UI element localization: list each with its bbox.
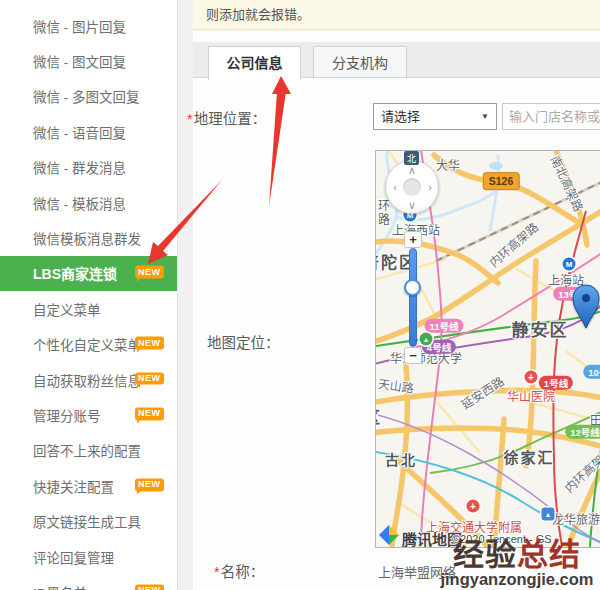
notice-text: 则添加就会报错。: [206, 7, 310, 22]
zoom-slider-track[interactable]: [409, 248, 417, 347]
metro-icon: M: [563, 258, 576, 271]
sidebar-item-label: 个性化自定义菜单: [33, 334, 141, 354]
new-badge: NEW: [135, 478, 165, 491]
sidebar-item[interactable]: 回答不上来的配置: [0, 433, 177, 468]
metro-line-badge: 12号线: [565, 425, 600, 439]
map-label: 长宁区: [375, 404, 382, 428]
sidebar-item[interactable]: 微信 - 模板消息: [0, 185, 177, 220]
sidebar-item[interactable]: 评论回复管理: [0, 539, 177, 574]
sidebar-item-label: 微信 - 多图文回复: [33, 86, 140, 106]
sidebar-item-label: ID黑名单: [33, 582, 87, 590]
map-label: 静安区: [512, 316, 569, 341]
school-icon: ▴: [420, 333, 433, 346]
new-badge: NEW: [135, 266, 165, 279]
sidebar-item[interactable]: 自动获取粉丝信息NEW: [0, 362, 177, 397]
zoom-in-button[interactable]: +: [404, 231, 422, 248]
sidebar-item[interactable]: 快捷关注配置NEW: [0, 468, 177, 503]
map-label: 徐家汇: [503, 446, 554, 467]
pan-center[interactable]: [403, 178, 421, 196]
region-select[interactable]: 请选择 ▼: [373, 103, 497, 130]
sidebar-item-label: 回答不上来的配置: [33, 440, 141, 460]
sidebar-item-label: 评论回复管理: [33, 547, 114, 567]
store-search-input[interactable]: [502, 103, 600, 130]
zoom-slider-handle[interactable]: [404, 279, 421, 296]
pan-left-icon[interactable]: ‹: [393, 182, 397, 193]
pan-up-icon[interactable]: ∧: [408, 165, 416, 176]
sidebar-item-label: 原文链接生成工具: [33, 511, 141, 531]
sidebar-item-label: 微信 - 图片回复: [33, 16, 126, 36]
name-value: 上海举盟网络: [378, 562, 456, 581]
sidebar-item[interactable]: 微信模板消息群发: [0, 220, 177, 255]
sidebar-item-label: 微信 - 语音回复: [33, 122, 126, 142]
required-mark: *: [214, 564, 220, 580]
sidebar-item-label: 微信 - 模板消息: [33, 193, 126, 213]
sidebar-item[interactable]: 自定义菜单: [0, 291, 177, 326]
map-label: 大华: [436, 156, 460, 173]
sidebar-item-label: 微信模板消息群发: [33, 228, 141, 248]
sidebar-item-label: 自动获取粉丝信息: [33, 370, 141, 390]
sidebar-item[interactable]: 微信 - 图文回复: [0, 43, 177, 78]
zoom-out-button[interactable]: −: [404, 347, 422, 364]
map-label: 环路: [375, 199, 392, 227]
sidebar-item-label: 微信 - 群发消息: [33, 157, 126, 177]
map-pin-icon: [571, 284, 600, 330]
sidebar-item[interactable]: 管理分账号NEW: [0, 397, 177, 432]
sidebar-item-label: 快捷关注配置: [33, 476, 114, 496]
hospital-icon: +: [467, 500, 480, 513]
landmark-icon: ▲: [542, 508, 555, 521]
sidebar-item-label: LBS商家连锁: [33, 263, 117, 283]
map-label: 龙华旅游: [552, 510, 600, 527]
metro-line-badge: 10号线: [583, 365, 600, 379]
geo-location-label: *地理位置：: [187, 107, 266, 128]
tencent-maps-logo: [378, 524, 400, 546]
metro-line-badge: 1号线: [539, 376, 573, 390]
sidebar-item-label: 管理分账号: [33, 405, 101, 425]
sidebar-item[interactable]: 原文链接生成工具: [0, 503, 177, 538]
tab-branches[interactable]: 分支机构: [313, 46, 407, 78]
compass-north-icon: 北: [404, 151, 419, 165]
pan-down-icon[interactable]: ∨: [408, 200, 416, 211]
sidebar-item[interactable]: 微信 - 语音回复: [0, 114, 177, 149]
map-canvas[interactable]: 大华环路上海西站南北高架路内环高架路普陀区上海站静安区华东师范大学天山路延安西路…: [375, 150, 600, 548]
new-badge: NEW: [135, 584, 165, 590]
map-attribution: ©2020 Tencent - GS: [452, 533, 552, 545]
sidebar-item-label: 自定义菜单: [33, 299, 101, 319]
map-label: 古北: [385, 449, 417, 469]
new-badge: NEW: [135, 408, 165, 421]
new-badge: NEW: [135, 337, 165, 350]
sidebar-item[interactable]: ID黑名单NEW: [0, 574, 177, 590]
sidebar-item-label: 微信 - 图文回复: [33, 51, 126, 71]
notice-bar: 则添加就会报错。: [193, 0, 600, 30]
map-pan-control[interactable]: ∧ ∨ ‹ ›: [385, 160, 439, 214]
new-badge: NEW: [135, 372, 165, 385]
sidebar-menu: 微信 - 图片回复微信 - 图文回复微信 - 多图文回复微信 - 语音回复微信 …: [0, 0, 178, 590]
name-label: *名称：: [214, 560, 264, 581]
map-position-label: 地图定位：: [207, 331, 280, 352]
sidebar-item[interactable]: 微信 - 群发消息: [0, 150, 177, 185]
pan-right-icon[interactable]: ›: [428, 182, 432, 193]
road-shield-badge: S126: [483, 172, 520, 190]
hospital-icon: +: [525, 371, 538, 384]
sidebar-item[interactable]: 微信 - 图片回复: [0, 8, 177, 43]
sidebar-item[interactable]: 微信 - 多图文回复: [0, 79, 177, 114]
sidebar-item[interactable]: 个性化自定义菜单NEW: [0, 327, 177, 362]
sidebar-item[interactable]: LBS商家连锁NEW: [0, 256, 177, 291]
required-mark: *: [187, 111, 193, 127]
chevron-down-icon: ▼: [481, 104, 489, 129]
metro-line-badge: 11号线: [424, 319, 463, 333]
tab-company-info[interactable]: 公司信息: [208, 46, 301, 80]
